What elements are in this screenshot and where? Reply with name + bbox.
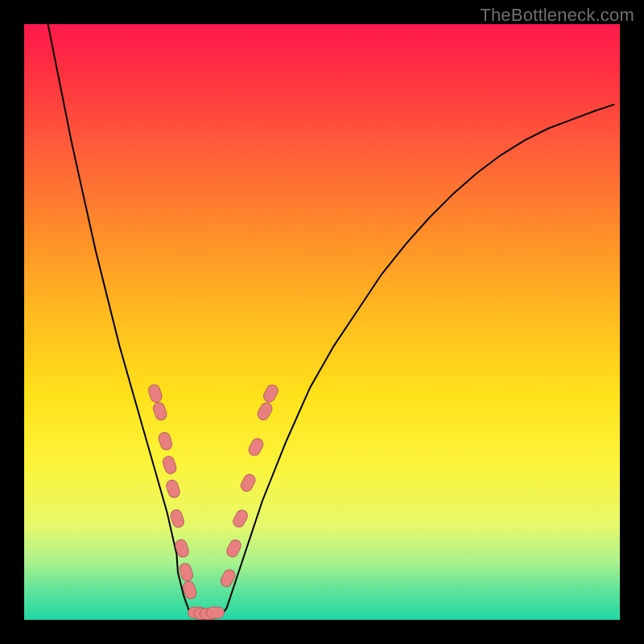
highlight-marker bbox=[157, 431, 173, 451]
marker-group bbox=[147, 383, 280, 620]
highlight-marker bbox=[239, 473, 258, 493]
highlight-marker bbox=[262, 383, 280, 404]
chart-stage: TheBottleneck.com bbox=[0, 0, 644, 644]
highlight-marker bbox=[178, 562, 194, 582]
highlight-marker bbox=[147, 383, 163, 403]
highlight-marker bbox=[231, 508, 250, 529]
plot-area bbox=[24, 24, 620, 620]
watermark-text: TheBottleneck.com bbox=[480, 5, 634, 26]
bottleneck-curve bbox=[48, 24, 614, 615]
highlight-marker bbox=[162, 455, 178, 475]
highlight-marker bbox=[256, 401, 275, 422]
curve-group bbox=[48, 24, 614, 615]
curve-layer bbox=[24, 24, 620, 620]
highlight-marker bbox=[247, 436, 266, 457]
highlight-marker bbox=[169, 509, 185, 529]
highlight-marker bbox=[225, 538, 243, 559]
highlight-marker bbox=[165, 479, 181, 499]
highlight-marker bbox=[207, 607, 225, 618]
highlight-marker bbox=[152, 401, 168, 421]
